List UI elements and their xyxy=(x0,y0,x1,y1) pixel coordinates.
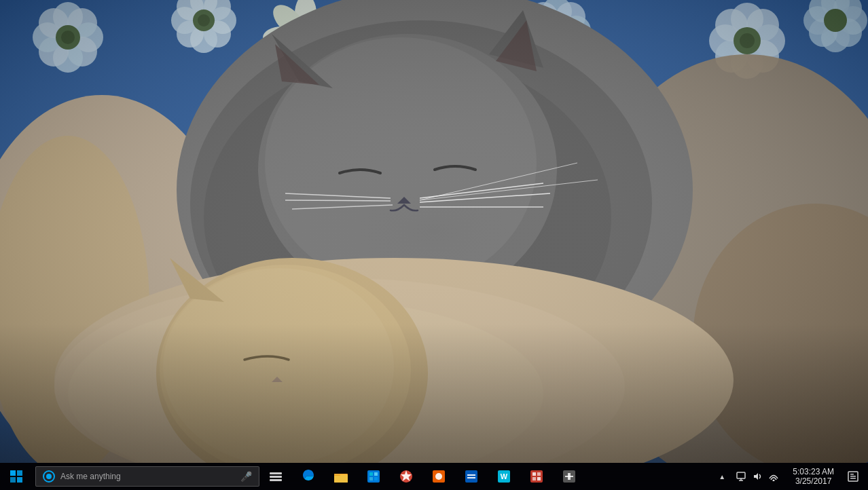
taskbar-apps: W xyxy=(292,463,585,490)
wallpaper-svg xyxy=(0,0,868,463)
clock-time: 5:03:23 AM xyxy=(793,467,834,476)
svg-rect-128 xyxy=(850,478,856,479)
start-button[interactable] xyxy=(0,463,33,490)
svg-rect-101 xyxy=(367,470,380,483)
red-app-icon xyxy=(528,468,545,485)
svg-text:W: W xyxy=(501,472,508,480)
svg-point-108 xyxy=(435,473,442,480)
svg-marker-125 xyxy=(754,473,758,480)
photos-icon xyxy=(398,468,414,485)
svg-rect-100 xyxy=(335,474,347,475)
orange-app-icon xyxy=(431,468,447,485)
search-placeholder-text: Ask me anything xyxy=(60,472,240,481)
file-explorer-icon xyxy=(333,468,349,485)
taskbar-app-photos[interactable] xyxy=(390,463,422,490)
taskbar: Ask me anything 🎤 xyxy=(0,463,868,490)
tray-notification-icon[interactable] xyxy=(734,463,748,490)
grey-app-icon xyxy=(561,468,577,485)
tray-icons-area xyxy=(729,463,786,490)
system-tray: ▲ xyxy=(715,463,868,490)
svg-rect-130 xyxy=(850,474,854,475)
taskbar-app-orange[interactable] xyxy=(422,463,455,490)
svg-rect-110 xyxy=(467,474,475,476)
taskbar-app-explorer[interactable] xyxy=(325,463,357,490)
blue-app-icon xyxy=(463,468,480,485)
svg-point-126 xyxy=(773,480,775,482)
tray-volume-icon[interactable] xyxy=(751,463,764,490)
edge-icon xyxy=(300,468,317,485)
svg-rect-117 xyxy=(532,477,536,480)
svg-rect-96 xyxy=(0,0,868,463)
tray-network-icon[interactable] xyxy=(767,463,780,490)
show-hidden-icons-button[interactable]: ▲ xyxy=(715,463,729,490)
taskbar-app-edge[interactable] xyxy=(292,463,325,490)
svg-rect-103 xyxy=(374,472,378,476)
cortana-icon xyxy=(43,470,55,483)
svg-rect-104 xyxy=(369,477,373,480)
svg-rect-129 xyxy=(850,476,856,477)
svg-rect-98 xyxy=(334,475,348,483)
svg-rect-102 xyxy=(369,472,373,476)
svg-rect-121 xyxy=(568,473,571,480)
task-view-button[interactable] xyxy=(261,463,291,490)
taskbar-app-grey[interactable] xyxy=(553,463,585,490)
search-bar[interactable]: Ask me anything 🎤 xyxy=(35,466,259,487)
cyan-app-icon: W xyxy=(496,468,512,485)
svg-rect-114 xyxy=(530,470,543,483)
svg-rect-122 xyxy=(737,472,745,478)
clock-area[interactable]: 5:03:23 AM 3/25/2017 xyxy=(786,463,841,490)
svg-rect-116 xyxy=(537,472,541,476)
taskbar-app-store[interactable] xyxy=(357,463,390,490)
taskbar-app-blue2[interactable] xyxy=(455,463,488,490)
svg-rect-111 xyxy=(467,477,475,478)
windows-logo-icon xyxy=(10,470,22,483)
svg-rect-115 xyxy=(532,472,536,476)
svg-rect-118 xyxy=(537,477,541,480)
taskbar-app-red[interactable] xyxy=(520,463,553,490)
taskbar-app-cyan[interactable]: W xyxy=(488,463,520,490)
action-center-button[interactable] xyxy=(841,463,865,490)
svg-rect-109 xyxy=(465,470,477,483)
task-view-icon xyxy=(270,472,282,481)
clock-date: 3/25/2017 xyxy=(795,476,831,486)
svg-rect-105 xyxy=(374,477,378,480)
microsoft-store-icon xyxy=(365,468,382,485)
microphone-button[interactable]: 🎤 xyxy=(240,470,252,483)
